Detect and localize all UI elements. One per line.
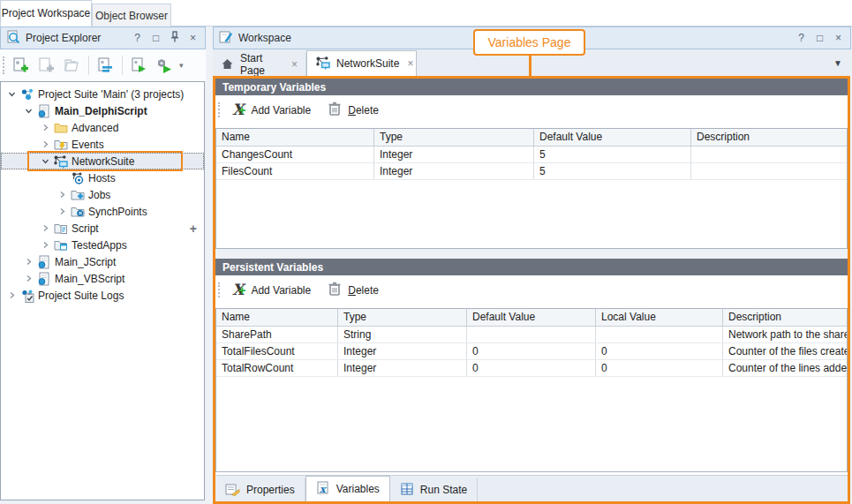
tree-item-main-delphiscript[interactable]: Main_DelphiScript (1, 102, 204, 119)
column-header-local-value[interactable]: Local Value (596, 309, 723, 326)
cell-type[interactable]: Integer (374, 163, 534, 179)
networksuite-icon (315, 56, 330, 72)
table-row[interactable]: TotalFilesCount Integer 0 0 Counter of t… (216, 343, 847, 360)
open-file-icon[interactable] (60, 54, 84, 78)
table-row[interactable]: ChangesCount Integer 5 (216, 147, 847, 163)
add-new-project-icon[interactable] (9, 54, 33, 78)
chevron-right-icon[interactable] (4, 291, 19, 299)
tab-run-state[interactable]: Run State (390, 478, 478, 501)
cell-local-value[interactable] (596, 327, 723, 342)
cell-description[interactable]: Counter of the lines added to (723, 360, 847, 376)
run-project-suite-icon[interactable] (153, 54, 177, 78)
tree-item-networksuite[interactable]: NetworkSuite (1, 153, 204, 169)
tree-item-project-suite-logs[interactable]: Project Suite Logs (1, 287, 204, 304)
cell-default-value[interactable]: 0 (467, 343, 596, 359)
close-icon[interactable]: × (407, 57, 413, 70)
chevron-down-icon[interactable] (21, 107, 35, 115)
chevron-down-icon[interactable] (4, 90, 19, 98)
workspace-icon (219, 30, 233, 47)
cell-default-value[interactable]: 5 (534, 147, 691, 162)
maximize-button[interactable]: □ (813, 32, 826, 44)
tab-start-page[interactable]: Start Page × (213, 53, 306, 76)
add-variable-icon: X+ (232, 102, 245, 117)
maximize-button[interactable]: □ (149, 32, 162, 44)
cell-local-value[interactable]: 0 (596, 360, 723, 376)
add-variable-button[interactable]: X+ Add Variable (226, 101, 317, 119)
hosts-icon (69, 171, 86, 185)
table-row[interactable]: TotalRowCount Integer 0 0 Counter of the… (216, 360, 847, 377)
add-variable-button[interactable]: X+ Add Variable (226, 281, 317, 299)
chevron-right-icon[interactable] (21, 275, 35, 282)
toolbar-grip[interactable] (218, 282, 220, 297)
cell-default-value[interactable]: 0 (467, 360, 596, 376)
close-button[interactable]: × (832, 32, 845, 44)
column-header-default-value[interactable]: Default Value (534, 129, 691, 146)
column-header-description[interactable]: Description (723, 309, 847, 326)
add-script-unit-button[interactable]: + (190, 222, 197, 236)
column-header-default-value[interactable]: Default Value (467, 309, 596, 326)
column-header-name[interactable]: Name (216, 129, 374, 146)
chevron-right-icon[interactable] (55, 207, 69, 215)
cell-type[interactable]: Integer (374, 147, 534, 162)
pin-icon[interactable] (168, 31, 181, 45)
column-header-type[interactable]: Type (338, 309, 467, 326)
close-button[interactable]: × (186, 32, 200, 44)
tree-item-testedapps[interactable]: TestedApps (1, 237, 204, 253)
delete-variable-button[interactable]: Delete (320, 279, 385, 301)
column-header-type[interactable]: Type (374, 129, 534, 146)
help-button[interactable]: ? (131, 32, 144, 44)
table-row[interactable]: SharePath String Network path to the sha… (216, 327, 847, 343)
cell-name[interactable]: TotalFilesCount (216, 343, 338, 359)
cell-name[interactable]: FilesCount (216, 163, 374, 179)
cell-type[interactable]: Integer (338, 343, 467, 359)
toolbar-grip[interactable] (218, 102, 220, 117)
add-project-item-icon[interactable] (34, 54, 58, 78)
cell-type[interactable]: String (338, 327, 467, 342)
cell-name[interactable]: TotalRowCount (216, 360, 338, 376)
chevron-right-icon[interactable] (38, 241, 52, 249)
delete-variable-button[interactable]: Delete (320, 99, 385, 121)
tab-variables[interactable]: x Variables (305, 476, 390, 501)
chevron-right-icon[interactable] (38, 140, 52, 148)
run-test-icon[interactable] (127, 54, 151, 78)
tree-item-main-vbscript[interactable]: Main_VBScript (1, 270, 204, 287)
tab-networksuite[interactable]: NetworkSuite × (306, 50, 417, 76)
cell-type[interactable]: Integer (338, 360, 467, 376)
cell-description[interactable]: Network path to the shared f (723, 327, 847, 342)
tab-properties[interactable]: Properties (215, 478, 305, 501)
chevron-right-icon[interactable] (38, 124, 52, 132)
tree-item-hosts[interactable]: Hosts (1, 169, 204, 186)
tree-item-synchpoints[interactable]: SynchPoints (1, 203, 204, 220)
tree-item-project-suite[interactable]: Project Suite 'Main' (3 projects) (1, 86, 204, 102)
run-mode-dropdown-icon[interactable]: ▾ (179, 61, 184, 70)
tab-project-workspace[interactable]: Project Workspace (0, 0, 92, 26)
toolbar-grip[interactable] (3, 56, 4, 74)
cell-description[interactable] (691, 163, 847, 179)
tree-item-events[interactable]: Events (1, 136, 204, 153)
chevron-right-icon[interactable] (55, 191, 69, 199)
help-button[interactable]: ? (795, 32, 808, 44)
cell-description[interactable] (691, 147, 847, 162)
chevron-right-icon[interactable] (21, 258, 35, 266)
script-folder-icon (52, 222, 69, 236)
chevron-down-icon[interactable] (38, 157, 52, 165)
close-icon[interactable]: × (291, 58, 298, 71)
cell-default-value[interactable] (467, 327, 596, 342)
cell-default-value[interactable]: 5 (534, 163, 691, 179)
tree-item-script[interactable]: Script + (1, 220, 204, 237)
chevron-right-icon[interactable] (38, 224, 52, 232)
tree-item-main-jscript[interactable]: Main_JScript (1, 253, 204, 270)
cell-description[interactable]: Counter of the files created. (723, 343, 847, 359)
column-header-name[interactable]: Name (216, 309, 338, 326)
column-header-description[interactable]: Description (691, 129, 847, 146)
organize-tests-icon[interactable] (94, 54, 117, 78)
main-tab-bar: Project Workspace Object Browser (0, 0, 852, 26)
table-row[interactable]: FilesCount Integer 5 (216, 163, 847, 180)
cell-name[interactable]: SharePath (216, 327, 338, 342)
tree-item-advanced[interactable]: Advanced (1, 119, 204, 136)
cell-name[interactable]: ChangesCount (216, 147, 374, 162)
cell-local-value[interactable]: 0 (596, 343, 723, 359)
tree-item-jobs[interactable]: Jobs (1, 186, 204, 203)
tab-list-dropdown-icon[interactable]: ▼ (833, 58, 842, 68)
tab-object-browser[interactable]: Object Browser (92, 4, 171, 26)
